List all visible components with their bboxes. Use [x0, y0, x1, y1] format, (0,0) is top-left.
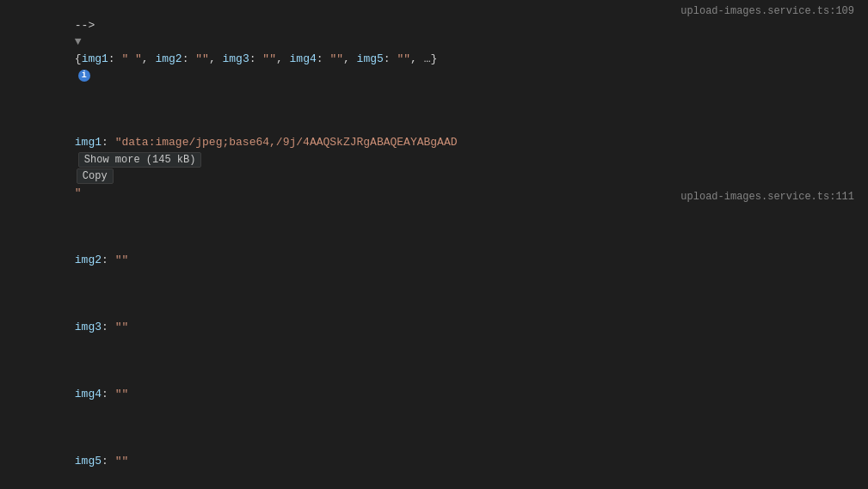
img2-key: img2: [75, 254, 102, 266]
img4-key: img4: [75, 388, 102, 400]
img3-content: img3: "": [34, 285, 861, 352]
object-toggle[interactable]: ▼: [75, 35, 82, 48]
img1-close-quote: ": [75, 186, 82, 199]
editor-area: upload-images.service.ts:109 --> ▼ {img1…: [0, 0, 868, 489]
copy-button[interactable]: Copy: [77, 168, 114, 184]
img2-line: img2: "": [0, 218, 868, 285]
show-more-button[interactable]: Show more (145 kB): [78, 152, 202, 168]
img4-content: img4: "": [34, 352, 861, 419]
img6-line: img6: "": [0, 486, 868, 490]
img1-value: "data:image/jpeg;base64,/9j/4AAQSkZJRgAB…: [115, 136, 458, 149]
img2-value: "": [115, 254, 129, 266]
img3-key: img3: [75, 321, 102, 333]
arrow-indicator: -->: [75, 19, 102, 32]
img5-content: img5: "": [34, 419, 861, 486]
img5-value: "": [115, 455, 129, 468]
file-reference-111: upload-images.service.ts:111: [680, 189, 854, 205]
object-preview: {img1: " ", img2: "", img3: "", img4: ""…: [75, 52, 437, 65]
img5-line: img5: "": [0, 419, 868, 486]
img4-value: "": [115, 388, 129, 400]
img1-key: img1: [75, 136, 102, 149]
img4-line: img4: "": [0, 352, 868, 419]
img3-value: "": [115, 321, 129, 333]
img5-key: img5: [75, 455, 102, 468]
img2-content: img2: "": [34, 218, 861, 285]
info-icon[interactable]: i: [78, 70, 90, 82]
file-reference-109: upload-images.service.ts:109: [680, 3, 854, 19]
img3-line: img3: "": [0, 285, 868, 352]
img6-content: img6: "": [34, 486, 861, 490]
